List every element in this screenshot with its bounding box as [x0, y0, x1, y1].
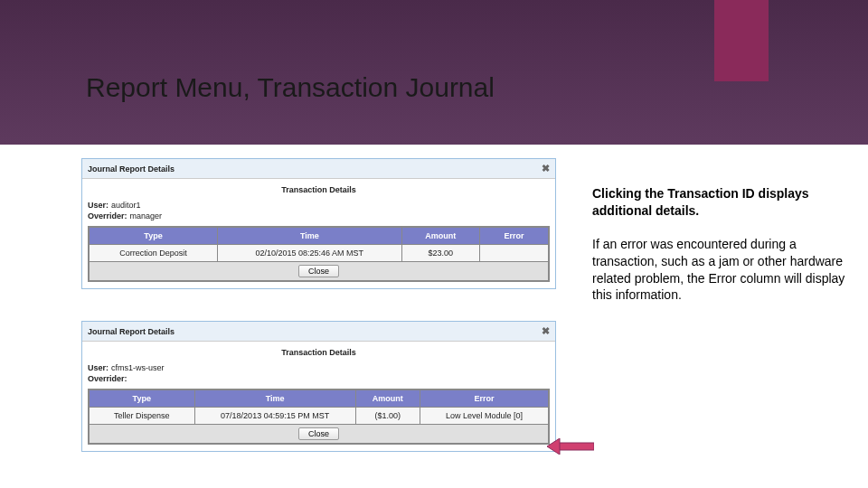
details-table: Type Time Amount Error Teller Dispense 0…: [88, 389, 550, 445]
overrider-label: Overrider:: [88, 374, 127, 383]
dialog-header: Journal Report Details ✖: [82, 159, 555, 179]
col-error: Error: [420, 389, 549, 408]
cell-error: Low Level Module [0]: [420, 408, 549, 425]
col-error: Error: [480, 227, 549, 245]
close-icon[interactable]: ✖: [542, 163, 550, 174]
col-time: Time: [194, 389, 355, 408]
content-area: Clicking the Transaction ID displays add…: [0, 145, 868, 488]
user-value: cfms1-ws-user: [111, 363, 165, 372]
transaction-details-subtitle: Transaction Details: [88, 185, 550, 194]
col-type: Type: [89, 227, 218, 245]
cell-type: Teller Dispense: [89, 408, 194, 425]
cell-error: [480, 245, 549, 262]
side-p2-link: Error: [708, 271, 736, 286]
overrider-label: Overrider:: [88, 211, 127, 221]
col-time: Time: [218, 227, 402, 245]
col-type: Type: [89, 389, 194, 408]
slide-header: Report Menu, Transaction Journal: [0, 0, 868, 145]
overrider-value: manager: [130, 211, 163, 221]
details-table: Type Time Amount Error Correction Deposi…: [88, 226, 550, 282]
svg-marker-1: [547, 438, 560, 455]
journal-report-dialog-1: Journal Report Details ✖ Transaction Det…: [81, 158, 556, 289]
side-p1-link: Transaction ID: [667, 186, 754, 201]
close-button[interactable]: Close: [298, 265, 339, 277]
transaction-details-subtitle: Transaction Details: [88, 348, 550, 357]
slide-title: Report Menu, Transaction Journal: [86, 72, 495, 103]
close-button[interactable]: Close: [298, 427, 339, 440]
accent-tab: [714, 0, 769, 81]
col-amount: Amount: [355, 389, 420, 408]
user-label: User:: [88, 201, 108, 210]
cell-amount: ($1.00): [355, 408, 420, 425]
cell-amount: $23.00: [401, 245, 480, 262]
dialog-title: Journal Report Details: [88, 327, 175, 336]
user-value: auditor1: [111, 201, 141, 210]
cell-time: 02/10/2015 08:25:46 AM MST: [218, 245, 402, 262]
side-p1-a: Clicking the: [592, 186, 667, 201]
journal-report-dialog-2: Journal Report Details ✖ Transaction Det…: [81, 321, 556, 452]
side-explanation: Clicking the Transaction ID displays add…: [592, 185, 850, 304]
cell-type: Correction Deposit: [89, 245, 218, 262]
col-amount: Amount: [401, 227, 480, 245]
table-row: Correction Deposit 02/10/2015 08:25:46 A…: [89, 245, 549, 262]
dialog-header: Journal Report Details ✖: [82, 322, 555, 342]
user-label: User:: [88, 363, 108, 372]
svg-rect-0: [558, 443, 594, 450]
close-icon[interactable]: ✖: [542, 325, 550, 337]
cell-time: 07/18/2013 04:59:15 PM MST: [194, 408, 355, 425]
dialog-title: Journal Report Details: [88, 164, 175, 174]
table-row: Teller Dispense 07/18/2013 04:59:15 PM M…: [89, 408, 549, 425]
arrow-indicator-icon: [547, 438, 594, 455]
